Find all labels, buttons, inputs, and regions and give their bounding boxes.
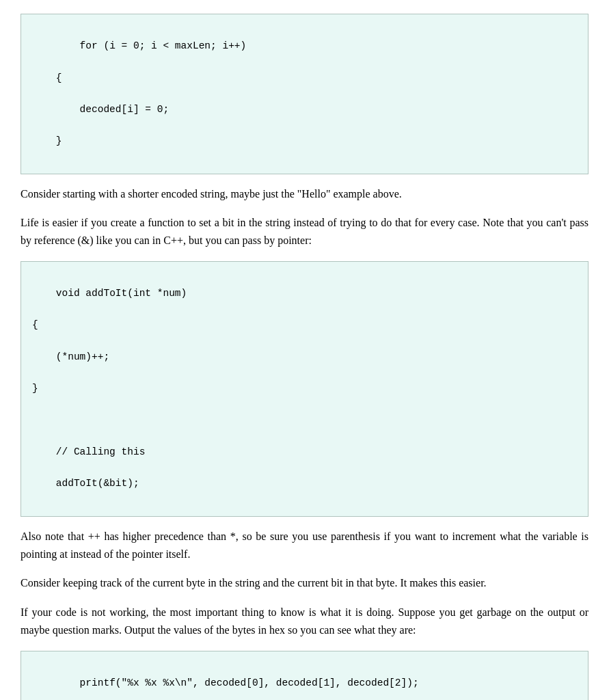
paragraph-4: Consider keeping track of the current by… — [21, 574, 588, 592]
code-line: printf("%x %x %x\n", decoded[0], decoded… — [56, 677, 419, 688]
main-content: for (i = 0; i < maxLen; i++) { decoded[i… — [21, 14, 588, 700]
code-block-3: printf("%x %x %x\n", decoded[0], decoded… — [21, 651, 588, 700]
code-block-1: for (i = 0; i < maxLen; i++) { decoded[i… — [21, 14, 588, 174]
code-line: } — [32, 383, 38, 394]
code-line: } — [32, 135, 62, 146]
code-line: { — [32, 72, 62, 83]
code-block-2: void addToIt(int *num) { (*num)++; } // … — [21, 261, 588, 517]
paragraph-3: Also note that ++ has higher precedence … — [21, 528, 588, 564]
code-line: { — [32, 319, 38, 330]
code-line: // Calling this — [32, 446, 145, 457]
code-line: addToIt(&bit); — [32, 478, 139, 489]
paragraph-1: Consider starting with a shorter encoded… — [21, 185, 588, 203]
paragraph-2: Life is easier if you create a function … — [21, 214, 588, 250]
code-line: void addToIt(int *num) — [56, 288, 187, 299]
code-line: (*num)++; — [32, 351, 109, 362]
paragraph-5: If your code is not working, the most im… — [21, 604, 588, 640]
code-line: for (i = 0; i < maxLen; i++) — [56, 40, 246, 51]
code-line: decoded[i] = 0; — [32, 104, 169, 115]
